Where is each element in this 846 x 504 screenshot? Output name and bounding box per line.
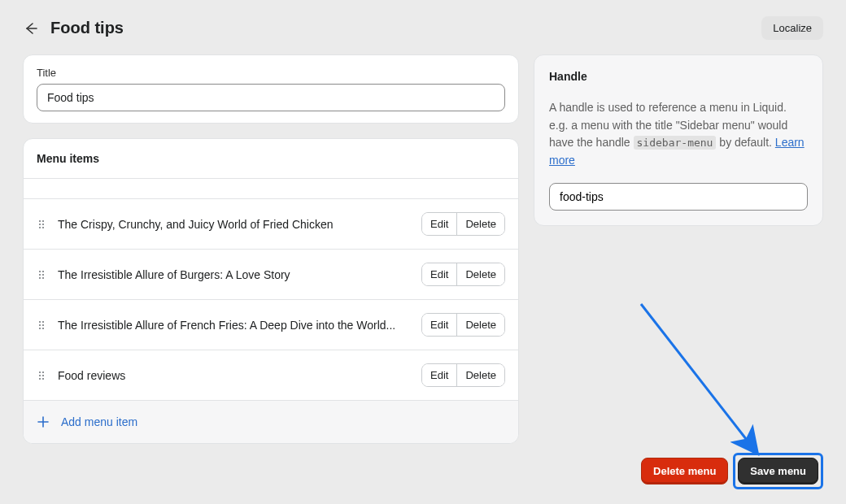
menu-item-actions: Edit Delete (421, 363, 505, 387)
plus-icon (37, 415, 50, 428)
delete-button[interactable]: Delete (457, 364, 504, 386)
list-item: The Irresistible Allure of French Fries:… (24, 299, 518, 350)
add-menu-item-button[interactable]: Add menu item (24, 400, 518, 443)
delete-button[interactable]: Delete (457, 213, 504, 235)
menu-item-label[interactable]: The Irresistible Allure of French Fries:… (58, 319, 410, 332)
save-highlight-box: Save menu (733, 453, 823, 489)
delete-button[interactable]: Delete (457, 263, 504, 285)
handle-description: A handle is used to reference a menu in … (549, 99, 808, 170)
handle-code-example: sidebar-menu (634, 136, 717, 150)
drag-handle-icon[interactable] (37, 371, 46, 380)
list-item: The Irresistible Allure of Burgers: A Lo… (24, 249, 518, 299)
add-menu-item-label: Add menu item (61, 415, 137, 428)
delete-button[interactable]: Delete (457, 314, 504, 336)
list-item: The Crispy, Crunchy, and Juicy World of … (24, 198, 518, 249)
save-menu-button[interactable]: Save menu (738, 458, 818, 484)
drag-handle-icon[interactable] (37, 321, 46, 329)
menu-item-label[interactable]: Food reviews (58, 369, 410, 382)
edit-button[interactable]: Edit (422, 364, 457, 386)
title-label: Title (37, 67, 505, 79)
edit-button[interactable]: Edit (422, 263, 457, 285)
list-item: Food reviews Edit Delete (24, 350, 518, 400)
title-card: Title (23, 54, 519, 124)
menu-item-actions: Edit Delete (421, 313, 505, 337)
drag-handle-icon[interactable] (37, 271, 46, 279)
menu-items-list (24, 179, 518, 198)
edit-button[interactable]: Edit (422, 213, 457, 235)
menu-items-heading: Menu items (24, 139, 518, 179)
menu-items-card: Menu items The Crispy, Crunchy, and Juic… (23, 138, 519, 444)
edit-button[interactable]: Edit (422, 314, 457, 336)
page-title: Food tips (50, 19, 124, 37)
handle-card: Handle A handle is used to reference a m… (534, 54, 823, 226)
title-input[interactable] (37, 84, 505, 111)
menu-item-actions: Edit Delete (421, 263, 505, 286)
handle-input[interactable] (549, 183, 808, 211)
localize-button[interactable]: Localize (761, 16, 823, 40)
menu-item-label[interactable]: The Crispy, Crunchy, and Juicy World of … (58, 218, 410, 231)
page-header: Food tips Localize (23, 16, 823, 40)
footer-actions: Delete menu Save menu (641, 453, 823, 489)
delete-menu-button[interactable]: Delete menu (641, 458, 728, 484)
menu-item-label[interactable]: The Irresistible Allure of Burgers: A Lo… (58, 268, 410, 281)
back-icon[interactable] (23, 20, 39, 37)
menu-item-actions: Edit Delete (421, 212, 505, 236)
drag-handle-icon[interactable] (37, 220, 46, 228)
handle-heading: Handle (549, 70, 808, 83)
